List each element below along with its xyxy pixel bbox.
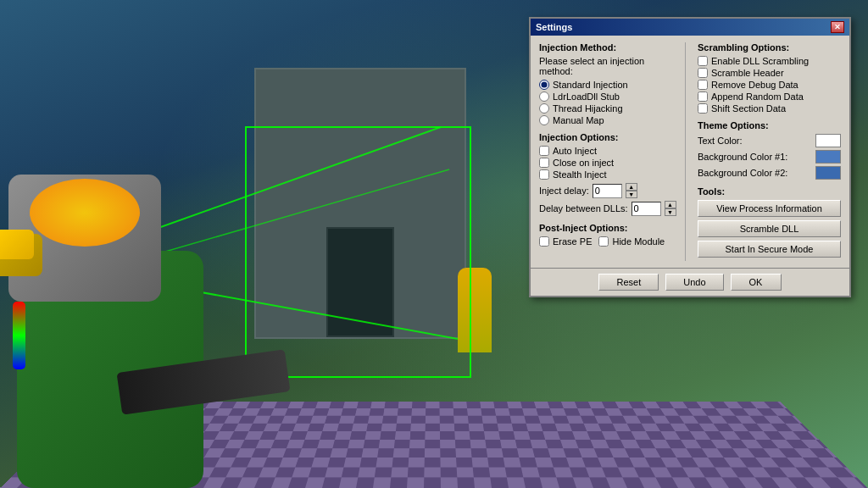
bg-color1-swatch[interactable] [815, 150, 841, 164]
inject-delay-down[interactable]: ▼ [626, 191, 637, 198]
injection-method-label: Injection Method: [539, 42, 678, 53]
cb-scramble-header[interactable]: Scramble Header [698, 68, 841, 78]
radio-standard[interactable]: Standard Injection [539, 80, 678, 90]
inject-delay-up[interactable]: ▲ [626, 183, 637, 191]
radio-ldrload-label: LdrLoadDll Stub [553, 92, 620, 102]
ok-button[interactable]: OK [731, 274, 782, 291]
settings-dialog: Settings ✕ Injection Method: Please sele… [529, 17, 851, 297]
bg-color1-row: Background Color #1: [698, 150, 841, 164]
bg-color2-label: Background Color #2: [698, 168, 812, 178]
radio-manual[interactable]: Manual Map [539, 115, 678, 125]
dialog-titlebar: Settings ✕ [531, 19, 849, 36]
injection-method-section: Injection Method: Please select an injec… [539, 42, 678, 125]
post-inject-checkboxes: Erase PE Hide Module [539, 236, 678, 247]
inject-delay-label: Inject delay: [539, 186, 589, 196]
radio-manual-label: Manual Map [553, 115, 604, 125]
cb-auto-inject-label: Auto Inject [553, 146, 597, 156]
dialog-footer: Reset Undo OK [531, 268, 849, 296]
theme-options-section: Theme Options: Text Color: Background Co… [698, 120, 841, 180]
theme-options-label: Theme Options: [698, 120, 841, 130]
cb-stealth-inject-label: Stealth Inject [553, 169, 607, 180]
right-column: Scrambling Options: Enable DLL Scramblin… [694, 42, 841, 261]
delay-between-label: Delay between DLLs: [539, 203, 628, 214]
scrambling-checkboxes: Enable DLL Scrambling Scramble Header Re… [698, 56, 841, 114]
cb-hide-module-input[interactable] [598, 236, 609, 247]
cb-shift-section-label: Shift Section Data [711, 103, 786, 114]
inject-delay-input[interactable] [593, 184, 622, 198]
cb-shift-section-input[interactable] [698, 103, 708, 114]
cb-hide-module-label: Hide Module [612, 236, 665, 247]
cb-append-random-label: Append Random Data [711, 92, 804, 102]
cb-enable-scrambling-label: Enable DLL Scrambling [711, 56, 809, 66]
delay-between-spinner: ▲ ▼ [665, 201, 676, 216]
cb-remove-debug-input[interactable] [698, 80, 708, 90]
post-inject-label: Post-Inject Options: [539, 223, 678, 233]
cb-stealth-inject[interactable]: Stealth Inject [539, 169, 678, 180]
cb-close-on-inject[interactable]: Close on inject [539, 158, 678, 168]
text-color-swatch[interactable] [815, 134, 841, 147]
cb-scramble-header-label: Scramble Header [711, 68, 784, 78]
bg-color2-swatch[interactable] [815, 166, 841, 180]
cb-shift-section[interactable]: Shift Section Data [698, 103, 841, 114]
cb-auto-inject-input[interactable] [539, 146, 549, 156]
tools-label: Tools: [698, 186, 841, 197]
cb-stealth-inject-input[interactable] [539, 169, 549, 180]
cb-close-on-inject-label: Close on inject [553, 158, 614, 168]
scramble-dll-button[interactable]: Scramble DLL [698, 220, 841, 237]
tools-section: Tools: View Process Information Scramble… [698, 186, 841, 258]
dialog-close-button[interactable]: ✕ [831, 21, 844, 33]
cb-append-random-input[interactable] [698, 92, 708, 102]
left-column: Injection Method: Please select an injec… [539, 42, 686, 261]
game-building [254, 68, 466, 339]
game-floor [0, 402, 868, 488]
inject-delay-row: Inject delay: ▲ ▼ [539, 183, 678, 198]
bg-color1-label: Background Color #1: [698, 152, 812, 162]
delay-between-row: Delay between DLLs: ▲ ▼ [539, 201, 678, 216]
radio-standard-input[interactable] [539, 80, 549, 90]
cb-append-random[interactable]: Append Random Data [698, 92, 841, 102]
secure-mode-button[interactable]: Start In Secure Mode [698, 241, 841, 258]
text-color-label: Text Color: [698, 136, 812, 146]
dialog-title: Settings [536, 22, 572, 32]
radio-ldrload-input[interactable] [539, 92, 549, 102]
text-color-row: Text Color: [698, 134, 841, 147]
bg-color2-row: Background Color #2: [698, 166, 841, 180]
cb-scramble-header-input[interactable] [698, 68, 708, 78]
radio-thread-input[interactable] [539, 103, 549, 114]
radio-manual-input[interactable] [539, 115, 549, 125]
cb-auto-inject[interactable]: Auto Inject [539, 146, 678, 156]
injection-method-sublabel: Please select an injection method: [539, 56, 678, 76]
undo-button[interactable]: Undo [665, 274, 723, 291]
scrambling-options-label: Scrambling Options: [698, 42, 841, 53]
dialog-content: Injection Method: Please select an injec… [531, 36, 849, 268]
inject-delay-spinner: ▲ ▼ [626, 183, 637, 198]
radio-ldrload[interactable]: LdrLoadDll Stub [539, 92, 678, 102]
post-inject-section: Post-Inject Options: Erase PE Hide Modul… [539, 223, 678, 247]
cb-enable-scrambling[interactable]: Enable DLL Scrambling [698, 56, 841, 66]
reset-button[interactable]: Reset [598, 274, 659, 291]
cb-erase-pe-input[interactable] [539, 236, 549, 247]
cb-erase-pe[interactable]: Erase PE [539, 236, 592, 247]
injection-options-checkboxes: Auto Inject Close on inject Stealth Inje… [539, 146, 678, 180]
cb-close-on-inject-input[interactable] [539, 158, 549, 168]
scrambling-options-section: Scrambling Options: Enable DLL Scramblin… [698, 42, 841, 114]
delay-between-down[interactable]: ▼ [665, 208, 676, 216]
game-door [326, 227, 394, 337]
injection-options-label: Injection Options: [539, 132, 678, 142]
cb-erase-pe-label: Erase PE [553, 236, 592, 247]
radio-thread-label: Thread Hijacking [553, 103, 623, 114]
view-process-button[interactable]: View Process Information [698, 200, 841, 217]
delay-between-input[interactable] [632, 202, 661, 216]
cb-remove-debug[interactable]: Remove Debug Data [698, 80, 841, 90]
cb-hide-module[interactable]: Hide Module [598, 236, 665, 247]
yellow-figure [458, 268, 492, 352]
delay-between-up[interactable]: ▲ [665, 201, 676, 208]
radio-thread[interactable]: Thread Hijacking [539, 103, 678, 114]
cb-remove-debug-label: Remove Debug Data [711, 80, 798, 90]
injection-method-options: Standard Injection LdrLoadDll Stub Threa… [539, 80, 678, 125]
radio-standard-label: Standard Injection [553, 80, 628, 90]
cb-enable-scrambling-input[interactable] [698, 56, 708, 66]
injection-options-section: Injection Options: Auto Inject Close on … [539, 132, 678, 216]
